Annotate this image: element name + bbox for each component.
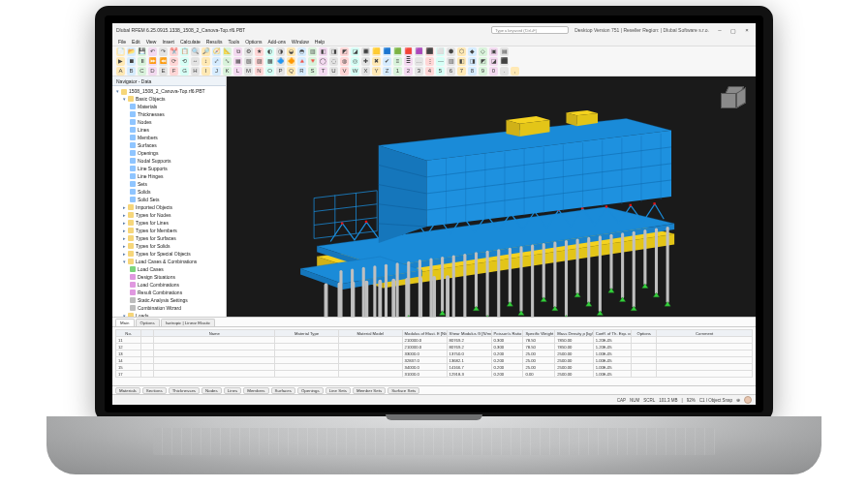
cell[interactable]: 210000.0 — [402, 344, 447, 351]
table-row[interactable]: 12210000.080769.20.30078.507850.001.20E-… — [116, 344, 753, 351]
toolbar-button[interactable]: ↷ — [159, 47, 168, 56]
toolbar-button[interactable]: ≣ — [404, 57, 413, 66]
toolbar-button[interactable]: 🟥 — [404, 47, 413, 56]
cell[interactable] — [338, 344, 402, 351]
cell[interactable] — [275, 364, 339, 371]
toolbar-button[interactable]: 4 — [425, 67, 434, 76]
cell[interactable] — [632, 337, 657, 344]
cell[interactable]: 0.200 — [491, 371, 523, 378]
toolbar-button[interactable]: J — [212, 67, 221, 76]
toolbar-button[interactable]: W — [351, 67, 359, 76]
toolbar-button[interactable]: ✚ — [361, 57, 370, 66]
toolbar-button[interactable]: ⟳ — [170, 57, 178, 66]
toolbar-button[interactable]: 📂 — [127, 47, 136, 56]
toolbar-button[interactable]: ▶ — [116, 57, 125, 66]
tree-item[interactable]: Load Cases — [130, 265, 224, 273]
toolbar-button[interactable]: ◪ — [489, 57, 498, 66]
col-header[interactable]: Options — [632, 330, 657, 337]
tree-folder[interactable]: ▸Imported Objects — [123, 203, 224, 211]
cell[interactable] — [141, 351, 154, 357]
tree-item[interactable]: Lines — [130, 126, 224, 134]
cell[interactable]: 34000.0 — [402, 364, 447, 371]
window-minimize-button[interactable]: – — [715, 25, 725, 35]
menu-view[interactable]: View — [146, 39, 157, 45]
toolbar-button[interactable]: ↔ — [191, 57, 200, 66]
data-tab-1[interactable]: Options — [136, 319, 160, 326]
toolbar-button[interactable]: H — [191, 67, 200, 76]
tree-item[interactable]: Line Supports — [130, 165, 224, 172]
cell[interactable]: 1.00E-05 — [593, 371, 631, 378]
cell[interactable]: 1.20E-05 — [593, 344, 631, 351]
cell[interactable] — [338, 357, 402, 364]
toolbar-button[interactable]: ▧ — [244, 57, 253, 66]
toolbar-button[interactable]: ⬛ — [500, 57, 509, 66]
tree-item[interactable]: Static Analysis Settings — [130, 296, 224, 304]
cell[interactable] — [154, 364, 275, 371]
toolbar-button[interactable]: ⬡ — [457, 47, 466, 56]
cell[interactable]: 12 — [116, 344, 141, 351]
toolbar-button[interactable]: ⬢ — [447, 47, 455, 56]
toolbar-button[interactable]: 🔺 — [297, 57, 306, 66]
toolbar-button[interactable]: 📋 — [180, 47, 189, 56]
toolbar-button[interactable]: D — [148, 67, 157, 76]
cell[interactable]: 2500.00 — [555, 351, 593, 357]
toolbar-button[interactable]: ◒ — [287, 47, 295, 56]
toolbar-button[interactable]: ◎ — [351, 57, 359, 66]
toolbar-button[interactable]: ⏸ — [138, 57, 146, 66]
toolbar-button[interactable]: 🟪 — [415, 47, 423, 56]
cell[interactable]: 31000.0 — [402, 371, 447, 378]
tree-item[interactable]: Load Combinations — [130, 281, 224, 289]
cell[interactable]: 11 — [116, 337, 141, 344]
toolbar-button[interactable]: ⋯ — [436, 57, 445, 66]
toolbar-button[interactable]: 🔶 — [287, 57, 295, 66]
toolbar-button[interactable]: C — [138, 67, 146, 76]
menu-tools[interactable]: Tools — [229, 39, 240, 45]
sheet-tab[interactable]: Thicknesses — [169, 387, 200, 394]
cell[interactable]: 0.00 — [523, 371, 555, 378]
toolbar-button[interactable]: 6 — [447, 67, 455, 76]
toolbar-button[interactable]: , — [511, 67, 519, 76]
data-tab-0[interactable]: Main — [115, 319, 135, 326]
toolbar-button[interactable]: I — [202, 67, 210, 76]
toolbar-button[interactable]: ↶ — [148, 47, 157, 56]
toolbar-button[interactable]: 2 — [404, 67, 413, 76]
toolbar-button[interactable]: ▥ — [308, 47, 317, 56]
tree-item[interactable]: Line Hinges — [130, 172, 224, 180]
toolbar-button[interactable]: 🔍 — [191, 47, 200, 56]
cell[interactable] — [141, 337, 154, 344]
toolbar-button[interactable]: X — [361, 67, 370, 76]
toolbar-button[interactable]: Q — [287, 67, 295, 76]
sheet-tab[interactable]: Members — [243, 387, 268, 394]
toolbar-button[interactable]: 0 — [489, 67, 498, 76]
toolbar-button[interactable]: ★ — [255, 47, 264, 56]
cell[interactable] — [154, 351, 275, 357]
cell[interactable]: 210000.0 — [402, 337, 447, 344]
toolbar-button[interactable]: 1 — [393, 67, 402, 76]
tree-item[interactable]: Combination Wizard — [130, 304, 224, 312]
cell[interactable]: 1.00E-05 — [593, 357, 631, 364]
toolbar-button[interactable]: ◩ — [479, 57, 487, 66]
toolbar-button[interactable]: ◨ — [329, 47, 338, 56]
cell[interactable]: 0.200 — [491, 364, 523, 371]
cell[interactable]: 0.300 — [491, 337, 523, 344]
tree-item[interactable]: Nodes — [130, 118, 224, 126]
toolbar-button[interactable]: ⤢ — [212, 57, 221, 66]
cell[interactable]: 15 — [116, 364, 141, 371]
cell[interactable]: 2500.00 — [555, 364, 593, 371]
toolbar-button[interactable]: N — [255, 67, 264, 76]
tree-folder[interactable]: ▸Types for Solids — [123, 242, 224, 250]
toolbar-button[interactable]: ▩ — [265, 57, 274, 66]
cell[interactable]: 2500.00 — [555, 357, 593, 364]
cell[interactable] — [632, 357, 657, 364]
cell[interactable]: 0.200 — [491, 351, 523, 357]
menu-edit[interactable]: Edit — [132, 39, 140, 45]
tree-item[interactable]: Surfaces — [130, 141, 224, 149]
cell[interactable]: 12918.3 — [447, 371, 491, 378]
toolbar-button[interactable]: Y — [372, 67, 381, 76]
toolbar-button[interactable]: ≡ — [393, 57, 402, 66]
sheet-tab[interactable]: Line Sets — [326, 387, 351, 394]
toolbar-button[interactable]: ⟲ — [180, 57, 189, 66]
toolbar-button[interactable]: ◨ — [468, 57, 477, 66]
cell[interactable]: 80769.2 — [447, 344, 491, 351]
cell[interactable]: 33000.0 — [402, 351, 447, 357]
